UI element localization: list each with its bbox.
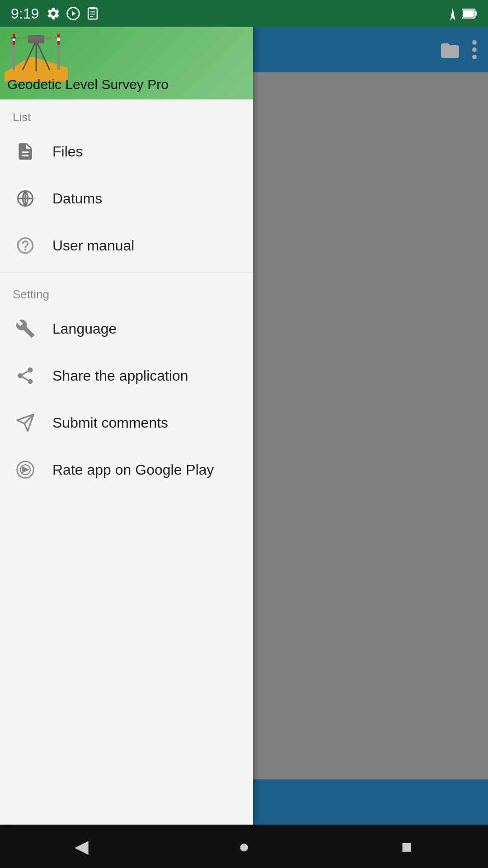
svg-marker-1: [72, 11, 76, 16]
wrench-icon: [13, 316, 38, 341]
main-layout: Geodetic Level Survey Pro List Files: [0, 27, 488, 825]
help-icon: [13, 233, 38, 258]
svg-rect-24: [57, 34, 60, 38]
signal-icon: [440, 7, 455, 20]
clipboard-status-icon: [86, 6, 99, 21]
status-left: 9:19: [11, 5, 99, 22]
settings-status-icon: [46, 6, 61, 21]
share-icon: [13, 363, 38, 388]
section-label-list: List: [0, 99, 253, 128]
send-icon: [13, 410, 38, 435]
recents-icon: ■: [401, 836, 412, 857]
main-toolbar: [253, 27, 488, 72]
submit-comments-label: Submit comments: [52, 415, 168, 431]
svg-rect-15: [28, 35, 44, 43]
section-divider: [0, 273, 253, 273]
status-time: 9:19: [11, 5, 39, 22]
drawer-header: Geodetic Level Survey Pro: [0, 27, 253, 99]
menu-item-language[interactable]: Language: [0, 305, 253, 352]
files-label: Files: [52, 143, 83, 160]
svg-rect-3: [90, 7, 95, 9]
more-icon[interactable]: [472, 40, 477, 60]
svg-rect-26: [57, 41, 60, 45]
status-icons: [46, 6, 99, 21]
svg-marker-7: [450, 8, 455, 20]
main-body: [253, 72, 488, 779]
share-label: Share the application: [52, 368, 188, 384]
menu-item-user-manual[interactable]: User manual: [0, 222, 253, 269]
datums-icon: [13, 186, 38, 211]
app-logo: [5, 32, 68, 81]
home-icon: ●: [239, 836, 249, 857]
svg-rect-10: [463, 10, 474, 17]
drawer: Geodetic Level Survey Pro List Files: [0, 27, 253, 825]
files-icon: [13, 139, 38, 164]
section-label-setting: Setting: [0, 277, 253, 305]
home-button[interactable]: ●: [217, 828, 271, 864]
svg-rect-19: [13, 34, 15, 38]
svg-point-35: [472, 55, 477, 59]
play-status-icon: [66, 6, 80, 21]
back-icon: ◀: [75, 836, 89, 857]
recents-button[interactable]: ■: [380, 828, 434, 864]
back-button[interactable]: ◀: [54, 828, 108, 864]
menu-item-files[interactable]: Files: [0, 128, 253, 175]
app-title: Geodetic Level Survey Pro: [7, 77, 169, 92]
bottom-nav: ◀ ● ■: [0, 825, 488, 868]
folder-icon[interactable]: [439, 40, 461, 60]
menu-item-share[interactable]: Share the application: [0, 352, 253, 399]
svg-point-34: [472, 47, 477, 52]
battery-icon: [462, 7, 477, 20]
status-right: [440, 7, 477, 20]
datums-label: Datums: [52, 190, 102, 207]
status-bar: 9:19: [0, 0, 488, 27]
language-label: Language: [52, 321, 117, 337]
svg-point-33: [472, 40, 477, 45]
svg-rect-25: [57, 38, 60, 41]
rate-icon: [13, 457, 38, 482]
main-bottom-bar: [253, 779, 488, 825]
menu-item-submit-comments[interactable]: Submit comments: [0, 399, 253, 446]
svg-rect-2: [88, 8, 97, 19]
rate-app-label: Rate app on Google Play: [52, 462, 214, 478]
menu-item-rate-app[interactable]: Rate app on Google Play: [0, 446, 253, 493]
main-content: [253, 27, 488, 825]
svg-rect-9: [475, 11, 477, 16]
svg-rect-21: [13, 41, 15, 45]
menu-item-datums[interactable]: Datums: [0, 175, 253, 222]
user-manual-label: User manual: [52, 237, 134, 254]
